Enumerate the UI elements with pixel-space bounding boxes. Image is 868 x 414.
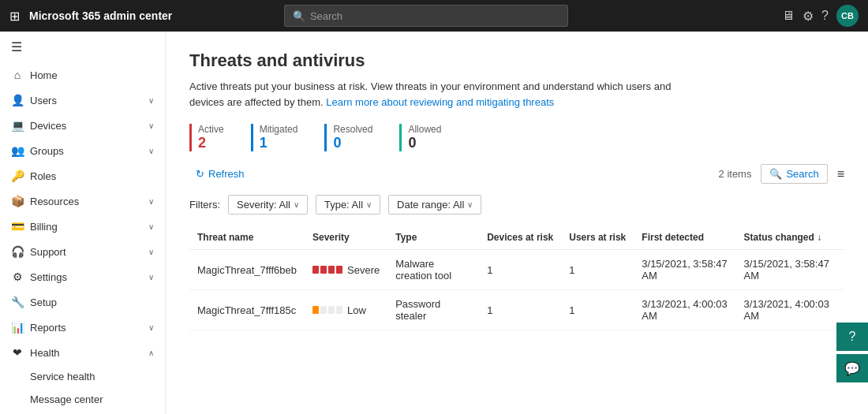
first-detected-cell: 3/13/2021, 4:00:03 AM xyxy=(634,290,735,330)
users-cell: 1 xyxy=(561,290,634,330)
severity-cell: Severe xyxy=(305,250,387,290)
chevron-down-icon: ∨ xyxy=(148,248,154,256)
topbar-icons: 🖥 ⚙ ? CB xyxy=(782,5,859,27)
chevron-down-icon: ∨ xyxy=(148,147,154,155)
health-subitems: Service health Message center Network co… xyxy=(0,365,165,414)
sidebar-item-network-connectivity[interactable]: Network connectivity xyxy=(30,411,165,414)
setup-icon: 🔧 xyxy=(11,296,24,308)
refresh-icon: ↻ xyxy=(196,168,204,180)
devices-icon: 💻 xyxy=(11,119,24,132)
filters-row: Filters: Severity: All ∨ Type: All ∨ Dat… xyxy=(189,195,844,214)
col-type: Type xyxy=(387,226,479,250)
items-count: 2 items xyxy=(719,168,752,180)
feedback-icon[interactable]: 🖥 xyxy=(782,9,795,23)
severity-filter[interactable]: Severity: All ∨ xyxy=(228,195,308,214)
refresh-button[interactable]: ↻ Refresh xyxy=(189,165,251,183)
table-row[interactable]: MagicThreat_7fff6beb Severe Malware crea… xyxy=(189,250,844,290)
page-description: Active threats put your business at risk… xyxy=(189,79,694,110)
status-changed-cell: 3/15/2021, 3:58:47 AM xyxy=(735,250,844,290)
stat-resolved: Resolved 0 xyxy=(324,124,391,151)
col-threat-name: Threat name xyxy=(189,226,305,250)
threat-name-cell: MagicThreat_7fff6beb xyxy=(189,250,305,290)
chat-fab-button[interactable]: 💬 xyxy=(836,354,868,382)
sidebar-item-service-health[interactable]: Service health xyxy=(30,365,165,388)
hamburger-menu[interactable]: ☰ xyxy=(0,32,165,62)
devices-cell: 1 xyxy=(479,290,561,330)
page-title: Threats and antivirus xyxy=(189,50,844,71)
sidebar-item-resources[interactable]: 📦 Resources ∨ xyxy=(0,188,165,214)
main-content: Threats and antivirus Active threats put… xyxy=(166,32,868,414)
learn-more-link[interactable]: Learn more about reviewing and mitigatin… xyxy=(326,96,554,108)
roles-icon: 🔑 xyxy=(11,170,24,182)
health-icon: ❤ xyxy=(11,346,24,359)
chevron-down-icon: ∨ xyxy=(148,222,154,231)
stat-active: Active 2 xyxy=(189,124,243,151)
type-filter[interactable]: Type: All ∨ xyxy=(316,195,380,214)
search-input[interactable] xyxy=(310,10,559,22)
sidebar-item-home[interactable]: ⌂ Home xyxy=(0,62,165,88)
sidebar-item-setup[interactable]: 🔧 Setup xyxy=(0,289,165,315)
settings-nav-icon: ⚙ xyxy=(11,270,24,283)
sidebar: ☰ ⌂ Home 👤 Users ∨ 💻 Devices ∨ 👥 Groups … xyxy=(0,32,166,414)
chevron-down-icon: ∨ xyxy=(148,96,154,105)
avatar[interactable]: CB xyxy=(836,5,859,27)
chevron-down-icon: ∨ xyxy=(148,121,154,130)
topbar-search[interactable]: 🔍 xyxy=(284,5,568,27)
date-range-filter[interactable]: Date range: All ∨ xyxy=(388,195,481,214)
reports-icon: 📊 xyxy=(11,321,24,334)
sidebar-item-billing[interactable]: 💳 Billing ∨ xyxy=(0,214,165,239)
sidebar-item-roles[interactable]: 🔑 Roles xyxy=(0,163,165,188)
severity-cell: Low xyxy=(305,290,387,330)
sidebar-item-health[interactable]: ❤ Health ∧ xyxy=(0,340,165,365)
search-icon: 🔍 xyxy=(293,10,305,22)
sidebar-item-reports[interactable]: 📊 Reports ∨ xyxy=(0,315,165,340)
settings-icon[interactable]: ⚙ xyxy=(803,9,814,24)
users-cell: 1 xyxy=(561,250,634,290)
billing-icon: 💳 xyxy=(11,220,24,233)
chevron-down-icon: ∨ xyxy=(148,273,154,282)
stat-mitigated: Mitigated 1 xyxy=(251,124,317,151)
feedback-fab-button[interactable]: ? xyxy=(836,323,868,351)
chevron-down-icon: ∨ xyxy=(148,197,154,206)
resources-icon: 📦 xyxy=(11,195,24,207)
first-detected-cell: 3/15/2021, 3:58:47 AM xyxy=(634,250,735,290)
fab-area: ? 💬 xyxy=(836,323,868,382)
col-severity: Severity xyxy=(305,226,387,250)
help-icon[interactable]: ? xyxy=(821,9,829,23)
type-cell: Malware creation tool xyxy=(387,250,479,290)
search-icon: 🔍 xyxy=(769,168,782,180)
sidebar-item-settings[interactable]: ⚙ Settings ∨ xyxy=(0,264,165,289)
sidebar-item-groups[interactable]: 👥 Groups ∨ xyxy=(0,138,165,163)
search-box[interactable]: 🔍 Search xyxy=(761,164,827,184)
users-icon: 👤 xyxy=(11,94,24,106)
col-first-detected: First detected xyxy=(634,226,735,250)
sidebar-item-message-center[interactable]: Message center xyxy=(30,388,165,411)
chevron-down-icon: ∨ xyxy=(294,200,299,209)
sidebar-item-users[interactable]: 👤 Users ∨ xyxy=(0,88,165,113)
sidebar-item-support[interactable]: 🎧 Support ∨ xyxy=(0,239,165,264)
devices-cell: 1 xyxy=(479,250,561,290)
chevron-down-icon: ∨ xyxy=(467,200,473,209)
threat-name-cell: MagicThreat_7fff185c xyxy=(189,290,305,330)
topbar: ⊞ Microsoft 365 admin center 🔍 🖥 ⚙ ? CB xyxy=(0,0,868,32)
support-icon: 🎧 xyxy=(11,245,24,258)
status-changed-cell: 3/13/2021, 4:00:03 AM xyxy=(735,290,844,330)
table-row[interactable]: MagicThreat_7fff185c Low Password steale… xyxy=(189,290,844,330)
chevron-down-icon: ∨ xyxy=(148,323,154,332)
toolbar: ↻ Refresh 2 items 🔍 Search ≡ xyxy=(189,164,844,184)
chevron-down-icon: ∨ xyxy=(366,200,372,209)
threats-table: Threat name Severity Type Devices at ris… xyxy=(189,226,844,330)
groups-icon: 👥 xyxy=(11,144,24,157)
col-status-changed[interactable]: Status changed ↓ xyxy=(735,226,844,250)
stats-row: Active 2 Mitigated 1 Resolved 0 Allowed … xyxy=(189,124,844,151)
chevron-up-icon: ∧ xyxy=(148,349,154,357)
app-title: Microsoft 365 admin center xyxy=(29,9,172,22)
home-icon: ⌂ xyxy=(11,69,24,81)
stat-allowed: Allowed 0 xyxy=(399,124,460,151)
grid-icon[interactable]: ⊞ xyxy=(9,9,20,24)
col-devices-at-risk: Devices at risk xyxy=(479,226,561,250)
col-users-at-risk: Users at risk xyxy=(561,226,634,250)
sidebar-item-devices[interactable]: 💻 Devices ∨ xyxy=(0,113,165,138)
type-cell: Password stealer xyxy=(387,290,479,330)
column-filter-icon[interactable]: ≡ xyxy=(837,167,844,181)
